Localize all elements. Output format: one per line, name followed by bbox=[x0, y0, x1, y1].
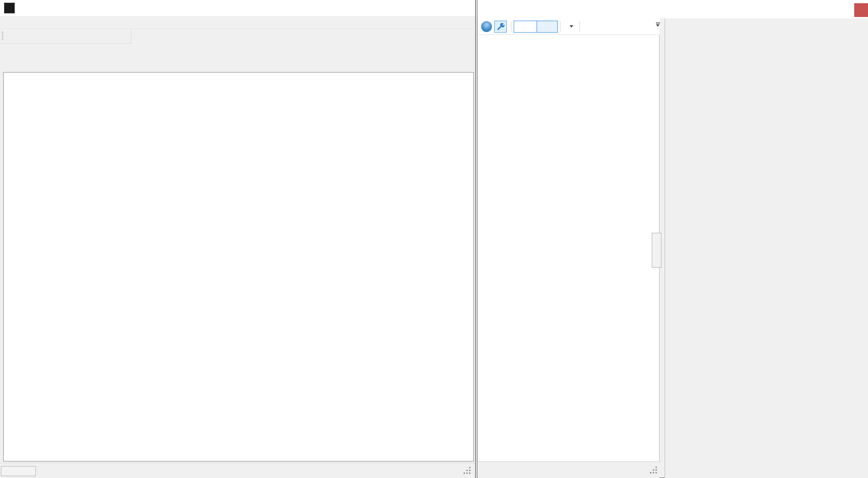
properties-panel bbox=[665, 18, 868, 478]
enclosure-close-button[interactable] bbox=[854, 3, 868, 17]
resize-grip[interactable] bbox=[464, 467, 471, 474]
main-statusbar bbox=[0, 463, 475, 478]
run-icon[interactable] bbox=[481, 21, 492, 32]
toolbar-separator bbox=[560, 21, 560, 32]
curve-toggle-row bbox=[0, 44, 475, 59]
spl-chart-panel bbox=[3, 72, 474, 461]
status-panel bbox=[1, 466, 36, 476]
spl-plot bbox=[4, 73, 473, 461]
front-view-button[interactable] bbox=[514, 21, 537, 33]
chevron-down-icon bbox=[570, 25, 573, 28]
toolbar-separator bbox=[579, 21, 580, 32]
rear-view-button[interactable] bbox=[537, 21, 558, 33]
toolbar-overflow-button[interactable] bbox=[655, 22, 661, 27]
menubar bbox=[0, 16, 475, 29]
main-toolbar bbox=[0, 29, 131, 44]
enclosure-window bbox=[477, 0, 868, 478]
wrench-icon[interactable] bbox=[494, 21, 507, 33]
minimize-button[interactable] bbox=[381, 0, 402, 16]
panel-collapse-button[interactable] bbox=[652, 233, 661, 268]
enclosure-toolbar bbox=[478, 18, 660, 35]
maximize-button[interactable] bbox=[411, 0, 432, 16]
enclosure-titlebar bbox=[477, 0, 868, 18]
main-titlebar bbox=[0, 0, 475, 16]
close-button[interactable] bbox=[441, 0, 463, 16]
enclosure-statusbar bbox=[478, 461, 660, 478]
app-icon bbox=[4, 3, 15, 13]
main-window bbox=[0, 0, 476, 478]
enclosure-canvas[interactable] bbox=[478, 35, 660, 461]
duct-drawing bbox=[478, 35, 660, 461]
wrench-glyph bbox=[497, 22, 505, 31]
wizard-dropdown-button[interactable] bbox=[563, 21, 577, 33]
toolbar-separator bbox=[511, 21, 511, 32]
toolbar-grip[interactable] bbox=[2, 32, 3, 41]
view-tabs bbox=[0, 59, 475, 73]
resize-grip[interactable] bbox=[650, 467, 657, 474]
